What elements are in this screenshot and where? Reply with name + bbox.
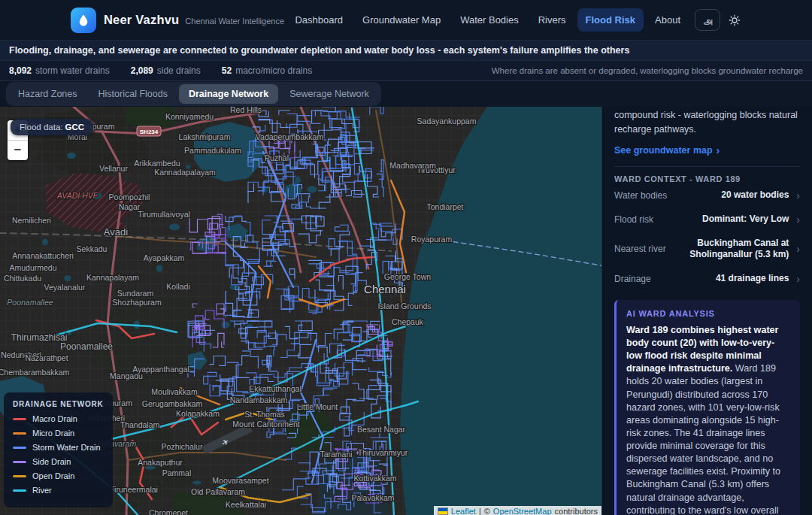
nav-item-water-bodies[interactable]: Water Bodies xyxy=(452,8,527,32)
map-place-label: Vellanur xyxy=(99,164,128,173)
flood-data-value: GCC xyxy=(65,123,85,132)
nav-item-rivers[interactable]: Rivers xyxy=(530,8,574,32)
water-drop-icon xyxy=(77,14,90,27)
map-place-label: Kolapakkam xyxy=(176,409,220,418)
app-header: Neer Vazhvu Chennai Water Intelligence D… xyxy=(0,0,812,41)
legend-swatch xyxy=(13,418,26,420)
language-toggle-button[interactable]: அ xyxy=(695,9,720,31)
ai-ward-analysis-panel: AI WARD ANALYSIS Ward 189 combines highe… xyxy=(614,300,800,515)
ward-context-rows: Water bodies20 water bodies›Flood riskDo… xyxy=(614,183,800,291)
map-place-label: Chromepet xyxy=(149,508,188,515)
ward-row-drainage[interactable]: Drainage41 drainage lines› xyxy=(614,267,800,291)
stat-label: macro/micro drains xyxy=(235,65,312,76)
map-place-label: AVADI HVF xyxy=(56,191,98,200)
legend-swatch xyxy=(13,489,26,492)
map-place-label: Puzhal xyxy=(265,153,289,162)
map-place-label: Pammal xyxy=(162,468,192,477)
map-place-label: Poonamallee xyxy=(60,341,113,352)
map-place-label: Keelkattalai xyxy=(226,500,266,509)
map-place-label: Nazarathpet xyxy=(25,353,68,362)
sun-icon xyxy=(728,14,741,27)
nav-item-dashboard[interactable]: Dashboard xyxy=(286,8,351,32)
app-subtitle: Chennai Water Intelligence xyxy=(185,17,284,26)
tab-drainage-network[interactable]: Drainage Network xyxy=(179,84,278,104)
ward-row-label: Water bodies xyxy=(614,190,667,201)
tab-historical-floods[interactable]: Historical Floods xyxy=(89,84,177,104)
ward-row-nearest-river[interactable]: Nearest riverBuckingham Canal at Sholing… xyxy=(614,232,800,267)
stat-value: 52 xyxy=(222,65,232,76)
app-logo xyxy=(71,8,96,33)
map-place-label: Besant Nagar xyxy=(357,425,406,434)
map-place-label: Amudurmedu xyxy=(9,263,56,272)
map-place-label: Kannapalayam xyxy=(86,273,139,282)
map-place-label: Thandalam xyxy=(120,420,160,429)
map-place-label: Madhavaram xyxy=(389,161,436,170)
attrib-copyright: © xyxy=(484,507,490,515)
map-place-label: Avadi xyxy=(104,226,128,238)
map-place-label: Mount Cantonment xyxy=(232,420,299,429)
map-place-label: Chittukadu xyxy=(4,274,41,283)
leaflet-flag-icon xyxy=(438,507,448,515)
map-place-label: Red Hills xyxy=(230,107,262,114)
ai-analysis-body: Ward 189 holds 20 water bodies (largest … xyxy=(626,363,780,515)
ward-row-water-bodies[interactable]: Water bodies20 water bodies› xyxy=(614,183,800,208)
legend-item: River xyxy=(13,486,104,495)
map-place-label: Chepauk xyxy=(392,317,424,326)
stat-label: storm water drains xyxy=(35,65,110,76)
stat-item-0: 8,092storm water drains xyxy=(9,65,110,76)
leaflet-link[interactable]: Leaflet xyxy=(451,507,476,515)
ward-row-value: Dominant: Very Low xyxy=(661,214,789,226)
map-place-label: Moulivakkam xyxy=(151,387,198,396)
theme-toggle-button[interactable] xyxy=(728,14,741,27)
legend-label: River xyxy=(32,486,52,495)
app-title: Neer Vazhvu xyxy=(104,13,179,27)
map-place-label: Pammadukulam xyxy=(184,146,241,155)
map-place-label: Thiruvanmiyur xyxy=(358,448,408,457)
ai-analysis-text: Ward 189 combines highest water body cou… xyxy=(626,324,790,515)
osm-link[interactable]: OpenStreetMap xyxy=(493,507,552,515)
map-place-label: Konniyamedu xyxy=(165,112,214,121)
map-place-label: Island Grounds xyxy=(377,301,431,311)
ai-analysis-title: AI WARD ANALYSIS xyxy=(626,309,790,318)
map-place-label: Vadaperumbakkam xyxy=(256,132,324,141)
attrib-separator: | xyxy=(479,507,481,515)
zoom-out-button[interactable]: − xyxy=(8,140,28,160)
legend-label: Macro Drain xyxy=(32,414,77,423)
map-canvas[interactable]: ✈SH234Red HillsKonniyameduSankarapuramMo… xyxy=(0,107,601,515)
map-place-label: Pozhichalur xyxy=(162,442,203,451)
nav-item-flood-risk[interactable]: Flood Risk xyxy=(577,8,644,32)
ward-row-label: Nearest river xyxy=(614,244,666,254)
nav-item-about[interactable]: About xyxy=(647,8,689,32)
ward-row-value: 20 water bodies xyxy=(674,189,789,201)
stats-bar: 8,092storm water drains2,089side drains5… xyxy=(0,61,812,81)
map-place-label: Royapuram xyxy=(411,235,453,244)
context-sidebar: compound risk - waterlogging blocks natu… xyxy=(601,107,812,515)
sidebar-divider xyxy=(614,166,800,167)
stat-value: 8,092 xyxy=(9,65,32,76)
legend-item: Macro Drain xyxy=(13,414,104,423)
legend-label: Side Drain xyxy=(32,457,71,466)
map-attribution: Leaflet | © OpenStreetMap contributors xyxy=(434,506,601,515)
map-place-label: Moovarasampet xyxy=(212,476,268,485)
map-place-label: Shozhapuram xyxy=(112,298,162,307)
legend-item: Open Drain xyxy=(13,471,104,480)
tab-hazard-zones[interactable]: Hazard Zones xyxy=(8,84,87,104)
stats-note: Where drains are absent or degraded, wat… xyxy=(492,66,803,75)
chevron-right-icon: › xyxy=(796,273,800,285)
ward-row-flood-risk[interactable]: Flood riskDominant: Very Low› xyxy=(614,208,800,232)
see-groundwater-map-link[interactable]: See groundwater map xyxy=(614,144,720,156)
legend-label: Storm Water Drain xyxy=(32,443,101,452)
map-tabs-row: Hazard ZonesHistorical FloodsDrainage Ne… xyxy=(0,81,812,107)
map-place-label: Chembarambakkam xyxy=(0,368,70,377)
stats-items: 8,092storm water drains2,089side drains5… xyxy=(9,65,312,76)
map-place-label: Lakshmipuram xyxy=(179,132,231,141)
legend-label: Micro Drain xyxy=(32,429,74,438)
tab-sewerage-network[interactable]: Sewerage Network xyxy=(280,84,379,104)
nav-item-groundwater-map[interactable]: Groundwater Map xyxy=(354,8,449,32)
map-place-label: Ayappanthangal xyxy=(132,365,189,374)
map-place-label: George Town xyxy=(384,272,431,281)
map-place-label: Sekkadu xyxy=(77,244,108,253)
map-place-label: Arikkambedu xyxy=(134,159,180,168)
map-place-label: Chennai xyxy=(364,283,406,295)
sidebar-intro-text: compound risk - waterlogging blocks natu… xyxy=(614,107,800,138)
